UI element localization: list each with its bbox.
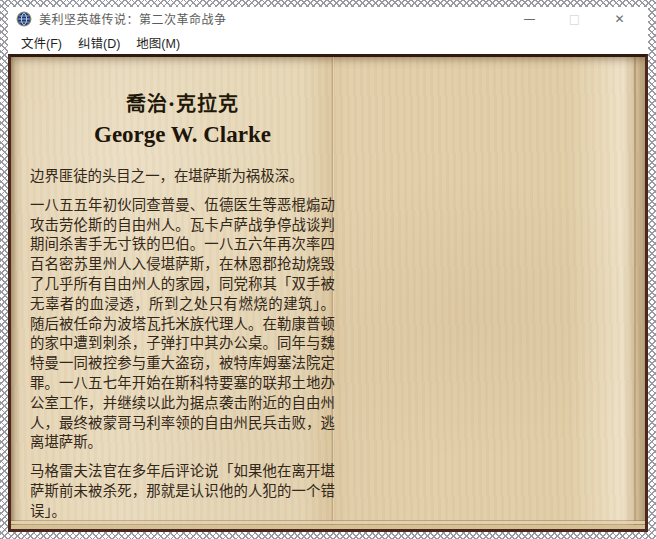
biography-paragraph: 马格雷夫法官在多年后评论说「如果他在离开堪萨斯前未被杀死，那就是认识他的人犯的一…	[30, 462, 335, 521]
maximize-button[interactable]: □	[552, 7, 597, 30]
menu-item-map[interactable]: 地图(M)	[128, 30, 188, 55]
biography-paragraph: 一八五五年初伙同查普曼、伍德医生等恶棍煽动攻击劳伦斯的自由州人。瓦卡卢萨战争停战…	[30, 196, 335, 453]
person-name-en: George W. Clarke	[30, 122, 335, 148]
minimize-button[interactable]: —	[507, 7, 552, 30]
biography-body: 边界匪徒的头目之一，在堪萨斯为祸极深。 一八五五年初伙同查普曼、伍德医生等恶棍煽…	[30, 167, 335, 522]
app-window: 美利坚英雄传说：第二次革命战争 — □ ✕ 文件(F) 纠错(D) 地图(M) …	[8, 7, 648, 532]
window-controls: — □ ✕	[507, 7, 642, 30]
close-button[interactable]: ✕	[597, 7, 642, 30]
menu-bar: 文件(F) 纠错(D) 地图(M)	[8, 30, 648, 54]
page-right-edge	[634, 57, 636, 529]
menu-item-file[interactable]: 文件(F)	[13, 30, 70, 55]
person-name-cjk: 喬治·克拉克	[30, 88, 335, 117]
title-bar[interactable]: 美利坚英雄传说：第二次革命战争 — □ ✕	[8, 7, 648, 30]
parchment-page: 喬治·克拉克 George W. Clarke 边界匪徒的头目之一，在堪萨斯为祸…	[8, 54, 648, 532]
biography-text-column: 喬治·克拉克 George W. Clarke 边界匪徒的头目之一，在堪萨斯为祸…	[30, 88, 335, 522]
globe-icon	[16, 11, 32, 27]
window-title: 美利坚英雄传说：第二次革命战争	[39, 10, 507, 27]
menu-item-errata[interactable]: 纠错(D)	[70, 30, 128, 55]
biography-paragraph: 边界匪徒的头目之一，在堪萨斯为祸极深。	[30, 167, 335, 187]
